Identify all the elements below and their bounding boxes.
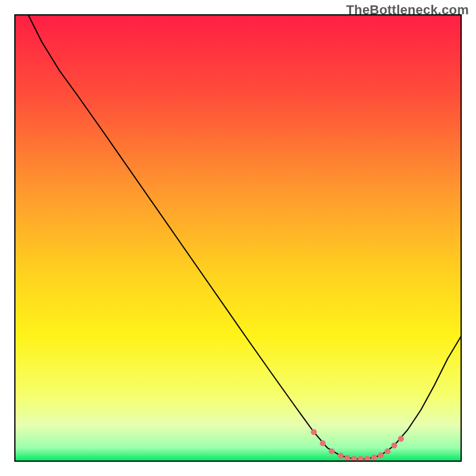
valley-marker: [378, 452, 384, 458]
valley-marker: [345, 455, 350, 461]
watermark-text: TheBottleneck.com: [346, 2, 469, 18]
valley-marker: [392, 443, 397, 449]
valley-marker: [329, 449, 335, 455]
valley-marker: [320, 440, 326, 446]
valley-marker: [338, 453, 344, 459]
valley-marker: [311, 429, 317, 435]
valley-marker: [371, 455, 377, 461]
chart-container: TheBottleneck.com: [0, 0, 476, 476]
valley-marker: [384, 449, 390, 455]
bottleneck-chart: [0, 0, 476, 476]
plot-background: [15, 15, 461, 461]
valley-marker: [398, 436, 404, 442]
